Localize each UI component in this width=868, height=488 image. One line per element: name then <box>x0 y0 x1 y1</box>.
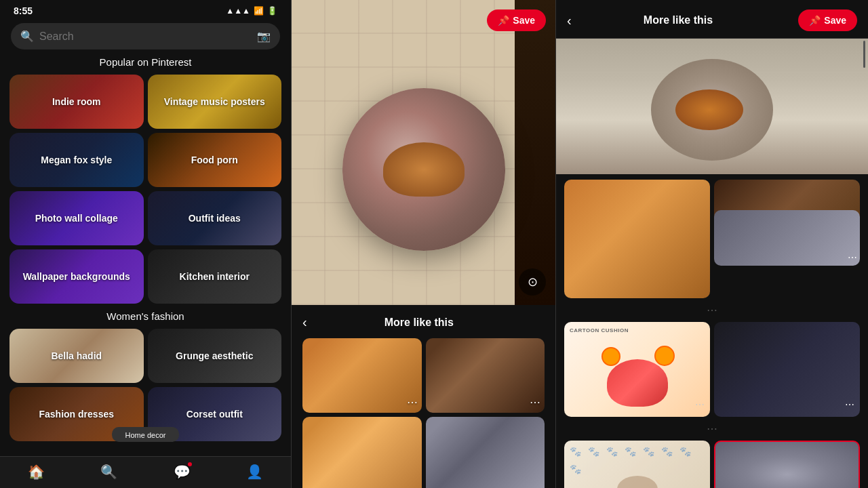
tile-label: Megan fox style <box>35 151 117 169</box>
more-options-icon[interactable]: ⋯ <box>530 396 540 409</box>
home-icon: 🏠 <box>28 464 45 480</box>
time: 8:55 <box>14 5 33 16</box>
tile-photo-wall[interactable]: Photo wall collage <box>9 191 144 245</box>
tile-corset-outfit[interactable]: Corset outfit <box>148 387 282 441</box>
tile-label: Photo wall collage <box>30 209 123 227</box>
pin-icon: 📌 <box>498 15 509 26</box>
popular-title: Popular on Pinterest <box>0 56 291 68</box>
paw-icon: 🐾 <box>606 446 618 457</box>
lens-icon: ⊙ <box>528 274 538 289</box>
tile-fashion-dresses[interactable]: Fashion dresses <box>9 387 144 441</box>
save-button[interactable]: 📌 Save <box>487 9 546 31</box>
thumbnail-1[interactable]: ⋯ <box>302 338 422 413</box>
more-options-icon[interactable]: ⋯ <box>407 396 418 409</box>
main-image: 📌 Save ⊙ <box>292 0 555 305</box>
paw-icon: 🐾 <box>643 446 654 457</box>
tile-label: Fashion dresses <box>34 405 120 423</box>
tile-bella-hadid[interactable]: Bella hadid <box>9 329 144 383</box>
status-icons: ▲▲▲ 📶 🔋 <box>226 6 277 16</box>
right-more-like-title: More like this <box>578 14 799 26</box>
nav-home[interactable]: 🏠 <box>28 464 45 480</box>
paw-icon: 🐾 <box>625 446 636 457</box>
right-header: ‹ More like this 📌 Save <box>556 0 868 39</box>
pin-icon-right: 📌 <box>809 15 821 26</box>
search-nav-icon: 🔍 <box>100 464 117 480</box>
tile-food-porn[interactable]: Food porn <box>148 133 282 187</box>
thumbnail-4[interactable]: ⋯ <box>426 417 545 488</box>
more-options-cartoon[interactable]: ⋯ <box>695 399 705 410</box>
cartoon-label: CARTOON CUSHION <box>570 327 629 333</box>
tile-vintage-music[interactable]: Vintage music posters <box>148 75 282 129</box>
tile-indie-room[interactable]: Indie room <box>9 75 144 129</box>
tile-label: Vintage music posters <box>159 93 271 110</box>
search-input[interactable] <box>39 30 252 43</box>
search-icon: 🔍 <box>20 30 34 43</box>
tile-label: Wallpaper backgrounds <box>18 268 136 285</box>
paw-icon: 🐾 <box>570 446 581 457</box>
tile-megan-fox[interactable]: Megan fox style <box>9 133 144 187</box>
paw-icon: 🐾 <box>588 446 599 457</box>
right-thumb-grey-bed-selected[interactable] <box>714 441 860 488</box>
camera-icon[interactable]: 📷 <box>257 30 271 43</box>
right-thumb-area: ⋯ ⋯ ⋯ CARTOON CUSHION ⋯ ⋯ <box>556 174 868 488</box>
phone-middle: 📌 Save ⊙ ‹ More like this ⋯ ⋯ <box>292 0 556 488</box>
right-main-image <box>556 39 868 174</box>
dog-bed <box>342 88 505 251</box>
right-thumb-cartoon[interactable]: CARTOON CUSHION ⋯ <box>564 322 710 417</box>
signal-icon: ▲▲▲ <box>226 6 250 16</box>
thumbnail-2[interactable]: ⋯ <box>426 338 545 413</box>
notification-dot <box>188 462 192 466</box>
tile-kitchen[interactable]: Kitchen interior <box>148 249 282 304</box>
tile-label: Corset outfit <box>181 405 248 423</box>
battery-icon: 🔋 <box>267 6 277 16</box>
right-thumb-grey[interactable]: ⋯ <box>714 210 860 266</box>
more-dots-row[interactable]: ⋯ <box>564 304 860 317</box>
paw-icon: 🐾 <box>679 446 691 457</box>
door-visual <box>515 0 555 305</box>
tile-label: Indie room <box>47 93 106 110</box>
tile-outfit-ideas[interactable]: Outfit ideas <box>148 191 282 245</box>
right-dog-bed <box>651 59 773 161</box>
lens-button[interactable]: ⊙ <box>519 268 546 296</box>
more-like-header: ‹ More like this <box>302 314 545 330</box>
nav-search[interactable]: 🔍 <box>100 464 117 480</box>
nav-profile[interactable]: 👤 <box>246 464 263 480</box>
thumbnail-grid: ⋯ ⋯ ⋯ <box>302 338 545 488</box>
tile-label: Grunge aesthetic <box>170 347 258 365</box>
phone-left: 8:55 ▲▲▲ 📶 🔋 🔍 📷 Popular on Pinterest In… <box>0 0 292 488</box>
more-dots-row-2[interactable]: ⋯ <box>564 422 860 435</box>
paw-icon: 🐾 <box>570 464 581 474</box>
profile-icon: 👤 <box>246 464 263 480</box>
tile-label: Food porn <box>186 151 243 169</box>
wifi-icon: 📶 <box>254 6 264 16</box>
more-options-right-2[interactable]: ⋯ <box>848 252 857 263</box>
tile-wallpaper[interactable]: Wallpaper backgrounds <box>9 249 144 304</box>
womens-fashion-grid: Bella hadid Grunge aesthetic Fashion dre… <box>0 329 291 441</box>
tile-grunge[interactable]: Grunge aesthetic <box>148 329 282 383</box>
right-thumb-paw[interactable]: 🐾 🐾 🐾 🐾 🐾 🐾 🐾 🐾 <box>564 441 710 488</box>
right-save-button[interactable]: 📌 Save <box>798 9 857 31</box>
right-back-button[interactable]: ‹ <box>567 13 578 28</box>
right-thumb-dark-cat[interactable]: ⋯ <box>714 322 860 417</box>
bottom-nav: 🏠 🔍 💬 👤 <box>0 456 291 488</box>
dog <box>383 142 465 197</box>
right-thumb-orange-tall[interactable] <box>564 180 710 298</box>
more-like-title: More like this <box>314 317 545 329</box>
thumbnail-3[interactable] <box>302 417 422 488</box>
back-button[interactable]: ‹ <box>302 314 314 330</box>
tile-label: Bella hadid <box>45 347 107 365</box>
search-bar[interactable]: 🔍 📷 <box>11 23 280 49</box>
more-like-this-section: ‹ More like this ⋯ ⋯ ⋯ <box>292 305 555 488</box>
tile-label: Outfit ideas <box>183 209 246 227</box>
phone-right: ‹ More like this 📌 Save ⋯ ⋯ ⋯ <box>556 0 868 488</box>
status-bar: 8:55 ▲▲▲ 📶 🔋 <box>0 0 291 19</box>
popular-grid: Indie room Vintage music posters Megan f… <box>0 75 291 304</box>
nav-messages[interactable]: 💬 <box>174 464 191 480</box>
right-thumb-grid: ⋯ ⋯ ⋯ CARTOON CUSHION ⋯ ⋯ <box>564 180 860 488</box>
more-options-dark[interactable]: ⋯ <box>845 399 854 410</box>
tile-label: Kitchen interior <box>174 268 255 285</box>
paw-icon: 🐾 <box>661 446 673 457</box>
messages-icon: 💬 <box>174 464 191 480</box>
womens-fashion-title: Women's fashion <box>0 310 291 322</box>
scroll-bar[interactable] <box>863 41 865 68</box>
